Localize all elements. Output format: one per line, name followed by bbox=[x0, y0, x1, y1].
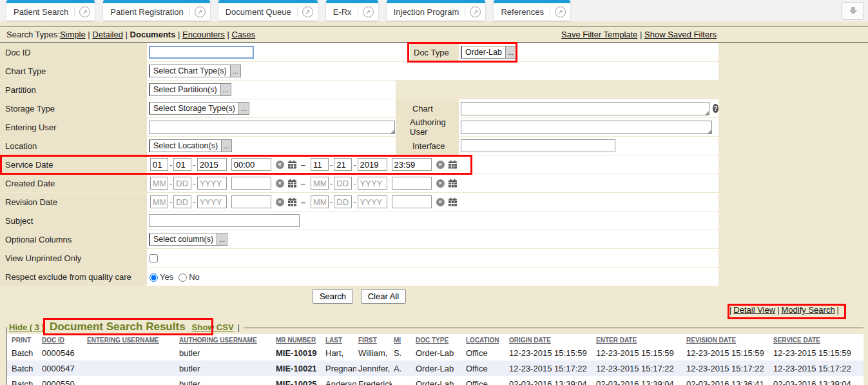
search-type-simple[interactable]: Simple bbox=[60, 30, 86, 39]
col-revision-date[interactable]: REVISION DATE bbox=[684, 334, 771, 345]
tab-patient-registration[interactable]: Patient Registration↗ bbox=[103, 0, 209, 21]
storage-type-select-button[interactable]: Select Storage Type(s)... bbox=[149, 102, 249, 115]
partition-select-button[interactable]: Select Partition(s)... bbox=[149, 83, 231, 96]
calendar-icon[interactable] bbox=[448, 160, 458, 169]
service-to-time-input[interactable] bbox=[392, 158, 432, 171]
modify-search-link[interactable]: Modify Search bbox=[782, 305, 835, 315]
col-mr-number[interactable]: MR NUMBER bbox=[274, 334, 323, 345]
service-from-time-input[interactable] bbox=[231, 158, 271, 171]
revision-to-day-input[interactable] bbox=[334, 195, 352, 208]
form-actions: Search Clear All bbox=[0, 289, 719, 304]
created-from-day-input[interactable] bbox=[173, 177, 191, 190]
revision-from-month-input[interactable] bbox=[150, 195, 168, 208]
created-to-time-input[interactable] bbox=[392, 177, 432, 190]
save-filter-template-link[interactable]: Save Filter Template bbox=[561, 30, 637, 39]
col-service-date[interactable]: SERVICE DATE bbox=[771, 334, 863, 345]
cell-location: Office bbox=[464, 376, 507, 385]
revision-to-month-input[interactable] bbox=[311, 195, 329, 208]
created-from-time-input[interactable] bbox=[231, 177, 271, 190]
created-to-day-input[interactable] bbox=[334, 177, 352, 190]
col-enter-date[interactable]: ENTER DATE bbox=[594, 334, 684, 345]
cell-print[interactable]: Batch bbox=[6, 376, 40, 385]
launch-icon[interactable]: ↗ bbox=[302, 6, 313, 17]
revision-from-year-input[interactable] bbox=[197, 195, 227, 208]
service-from-year-input[interactable] bbox=[197, 158, 227, 171]
clear-date-icon[interactable]: × bbox=[436, 179, 445, 188]
col-last[interactable]: LAST bbox=[323, 334, 356, 345]
help-icon[interactable]: ? bbox=[713, 104, 719, 113]
service-from-month-input[interactable] bbox=[150, 158, 168, 171]
respect-exclude-yes-radio[interactable] bbox=[149, 273, 158, 282]
launch-icon[interactable]: ↗ bbox=[79, 6, 90, 17]
search-button[interactable]: Search bbox=[313, 289, 353, 304]
col-location[interactable]: LOCATION bbox=[464, 334, 507, 345]
clear-date-icon[interactable]: × bbox=[276, 198, 284, 206]
revision-from-day-input[interactable] bbox=[173, 195, 191, 208]
clear-all-button[interactable]: Clear All bbox=[361, 289, 406, 304]
revision-from-time-input[interactable] bbox=[231, 195, 271, 208]
chart-textarea[interactable] bbox=[461, 102, 709, 115]
resize-handle[interactable] bbox=[705, 111, 709, 115]
doc-type-select-button[interactable]: Order-Lab... bbox=[461, 46, 516, 59]
revision-to-time-input[interactable] bbox=[392, 195, 432, 208]
show-csv-link[interactable]: Show CSV bbox=[192, 322, 234, 332]
optional-columns-select-button[interactable]: Select column(s)... bbox=[149, 233, 227, 246]
col-first[interactable]: FIRST bbox=[356, 334, 392, 345]
cell-print[interactable]: Batch bbox=[6, 345, 40, 360]
col-mi[interactable]: MI bbox=[392, 334, 414, 345]
col-doc-type[interactable]: DOC TYPE bbox=[414, 334, 464, 345]
chart-type-select-button[interactable]: Select Chart Type(s)... bbox=[149, 64, 241, 77]
created-from-month-input[interactable] bbox=[150, 177, 168, 190]
show-saved-filters-link[interactable]: Show Saved Filters bbox=[644, 30, 717, 39]
detail-view-link[interactable]: Detail View bbox=[733, 305, 775, 315]
search-type-encounters[interactable]: Encounters bbox=[182, 30, 225, 39]
resize-handle[interactable] bbox=[708, 130, 711, 133]
view-unprinted-checkbox[interactable] bbox=[149, 254, 158, 262]
subject-input[interactable] bbox=[149, 214, 300, 227]
calendar-icon[interactable] bbox=[448, 179, 458, 188]
results-border-line bbox=[6, 327, 7, 385]
interface-input[interactable] bbox=[461, 139, 615, 152]
revision-to-year-input[interactable] bbox=[358, 195, 387, 208]
location-select-button[interactable]: Select Location(s)... bbox=[149, 139, 232, 152]
resize-handle[interactable] bbox=[391, 130, 394, 133]
service-to-month-input[interactable] bbox=[311, 158, 329, 171]
created-from-year-input[interactable] bbox=[197, 177, 227, 190]
entering-user-textarea[interactable] bbox=[149, 121, 395, 134]
clear-date-icon[interactable]: × bbox=[436, 198, 445, 206]
clear-date-icon[interactable]: × bbox=[276, 179, 284, 188]
col-entering-username[interactable]: ENTERING USERNAME bbox=[85, 334, 177, 345]
collapse-toolbar-button[interactable] bbox=[842, 2, 864, 20]
search-type-detailed[interactable]: Detailed bbox=[92, 30, 123, 39]
calendar-icon[interactable] bbox=[448, 197, 458, 206]
calendar-icon[interactable] bbox=[287, 160, 297, 169]
tab-injection-program[interactable]: Injection Program↗ bbox=[387, 0, 486, 21]
service-from-day-input[interactable] bbox=[173, 158, 191, 171]
col-origin-date[interactable]: ORIGIN DATE bbox=[507, 334, 594, 345]
cell-print[interactable]: Batch bbox=[6, 360, 40, 376]
tab-e-rx[interactable]: E-Rx↗ bbox=[326, 0, 378, 21]
authoring-user-textarea[interactable] bbox=[461, 121, 712, 134]
cell-service: 12-23-2015 15:17:22 bbox=[771, 360, 863, 376]
search-type-cases[interactable]: Cases bbox=[231, 30, 255, 39]
hide-results-link[interactable]: Hide ( 3 ) bbox=[9, 322, 44, 332]
respect-exclude-no-radio[interactable] bbox=[178, 273, 187, 282]
created-to-year-input[interactable] bbox=[358, 177, 387, 190]
launch-icon[interactable]: ↗ bbox=[555, 6, 566, 17]
created-to-month-input[interactable] bbox=[311, 177, 329, 190]
launch-icon[interactable]: ↗ bbox=[195, 6, 206, 17]
tab-references[interactable]: References↗ bbox=[494, 0, 570, 21]
tab-document-queue[interactable]: Document Queue↗ bbox=[218, 0, 318, 21]
clear-date-icon[interactable]: × bbox=[436, 161, 445, 169]
doc-id-input[interactable] bbox=[149, 46, 254, 59]
clear-date-icon[interactable]: × bbox=[276, 161, 284, 169]
launch-icon[interactable]: ↗ bbox=[470, 6, 481, 17]
tab-patient-search[interactable]: Patient Search↗ bbox=[6, 0, 95, 21]
launch-icon[interactable]: ↗ bbox=[363, 6, 374, 17]
calendar-icon[interactable] bbox=[287, 179, 297, 188]
service-to-year-input[interactable] bbox=[358, 158, 387, 171]
calendar-icon[interactable] bbox=[287, 197, 297, 206]
col-doc-id[interactable]: DOC ID bbox=[40, 334, 85, 345]
service-to-day-input[interactable] bbox=[334, 158, 352, 171]
col-authoring-username[interactable]: AUTHORING USERNAME bbox=[177, 334, 274, 345]
